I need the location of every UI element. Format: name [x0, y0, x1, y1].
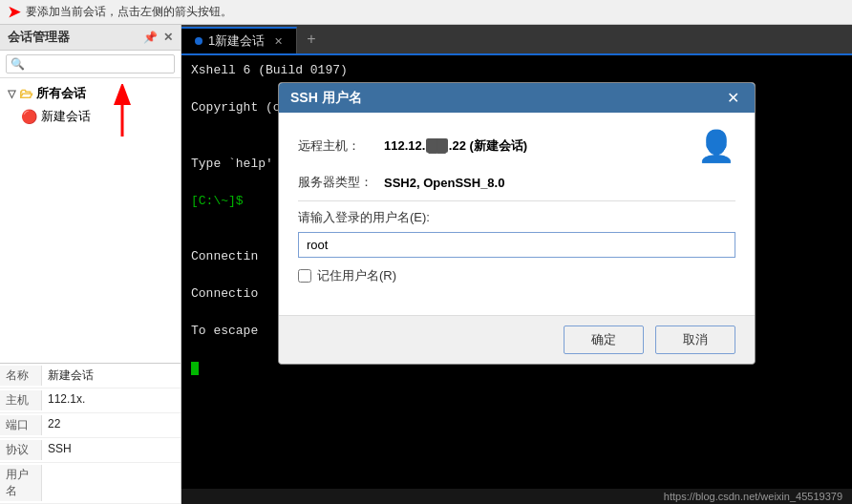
dialog-remember-label[interactable]: 记住用户名(R) [317, 267, 396, 284]
tree-root-item[interactable]: ▽ 🗁 所有会话 [0, 82, 181, 105]
info-label-host: 主机 [0, 390, 42, 410]
sidebar-header: 会话管理器 📌 ✕ [0, 25, 181, 51]
top-bar: ➤ 要添加当前会话，点击左侧的箭头按钮。 [0, 0, 852, 25]
close-sidebar-icon[interactable]: ✕ [163, 31, 173, 44]
info-value-host: 112.1x. [42, 390, 91, 410]
dialog-server-type-label: 服务器类型： [298, 174, 384, 191]
dialog-remember-checkbox[interactable] [298, 269, 311, 283]
dialog-input-label: 请输入登录的用户名(E): [298, 209, 735, 226]
tree-session-label: 新建会话 [41, 108, 91, 125]
dialog-host-value: 112.12.██.22 (新建会话) [384, 137, 527, 155]
tree-root-label: 所有会话 [36, 85, 86, 102]
sidebar-info-panel: 名称 新建会话 主机 112.1x. 端口 22 协议 SSH 用户名 [0, 363, 181, 504]
red-arrow-icon [103, 84, 141, 141]
info-row-host: 主机 112.1x. [0, 388, 181, 413]
info-row-username: 用户名 [0, 463, 181, 504]
sidebar-title: 会话管理器 [8, 29, 70, 46]
sidebar-tree: ▽ 🗁 所有会话 🔴 新建会话 [0, 78, 181, 363]
main-layout: 会话管理器 📌 ✕ ▽ 🗁 所有会话 🔴 新建会话 [0, 25, 852, 504]
info-label-username: 用户名 [0, 465, 42, 501]
arrow-annotation [103, 84, 141, 144]
dialog-footer: 确定 取消 [279, 315, 755, 364]
terminal-area: 1新建会话 ✕ + Xshell 6 (Build 0197) Copyrigh… [181, 25, 852, 504]
dialog-remember-row: 记住用户名(R) [298, 267, 735, 284]
dialog-confirm-button[interactable]: 确定 [564, 326, 644, 354]
dialog-server-type-row: 服务器类型： SSH2, OpenSSH_8.0 [298, 174, 735, 191]
info-row-port: 端口 22 [0, 413, 181, 438]
dialog-overlay: SSH 用户名 ✕ 远程主机： 112.12.██.22 (新建会话) 👤 服务… [181, 25, 852, 504]
dialog-username-input[interactable] [298, 232, 735, 258]
top-bar-arrow-icon: ➤ [8, 3, 20, 21]
expand-icon: ▽ [8, 88, 15, 100]
info-row-protocol: 协议 SSH [0, 438, 181, 463]
sidebar-header-icons: 📌 ✕ [143, 31, 173, 44]
folder-icon: 🗁 [19, 86, 32, 101]
info-value-username [42, 465, 53, 501]
user-avatar-icon: 👤 [697, 128, 735, 164]
dialog-close-button[interactable]: ✕ [723, 89, 743, 107]
info-label-name: 名称 [0, 366, 42, 386]
info-label-port: 端口 [0, 415, 42, 435]
dialog-divider [298, 200, 735, 201]
info-label-protocol: 协议 [0, 440, 42, 460]
masked-ip: ██ [426, 138, 447, 153]
sidebar: 会话管理器 📌 ✕ ▽ 🗁 所有会话 🔴 新建会话 [0, 25, 181, 504]
dialog-body: 远程主机： 112.12.██.22 (新建会话) 👤 服务器类型： SSH2,… [279, 113, 755, 315]
info-value-protocol: SSH [42, 440, 77, 460]
info-value-name: 新建会话 [42, 366, 99, 386]
dialog-host-label: 远程主机： [298, 137, 384, 155]
sidebar-search-bar [0, 51, 181, 78]
session-icon: 🔴 [21, 109, 37, 124]
dialog-cancel-button[interactable]: 取消 [655, 326, 735, 354]
top-bar-hint: 要添加当前会话，点击左侧的箭头按钮。 [26, 4, 232, 20]
tree-session-item[interactable]: 🔴 新建会话 [0, 105, 181, 128]
ssh-username-dialog: SSH 用户名 ✕ 远程主机： 112.12.██.22 (新建会话) 👤 服务… [278, 82, 756, 365]
dialog-host-row: 远程主机： 112.12.██.22 (新建会话) 👤 [298, 128, 735, 164]
sidebar-search-input[interactable] [6, 54, 175, 74]
dialog-server-type-value: SSH2, OpenSSH_8.0 [384, 176, 504, 190]
dialog-title: SSH 用户名 [290, 90, 362, 107]
pin-icon[interactable]: 📌 [143, 31, 158, 44]
dialog-title-bar: SSH 用户名 ✕ [279, 83, 755, 113]
info-row-name: 名称 新建会话 [0, 364, 181, 388]
info-value-port: 22 [42, 415, 66, 435]
